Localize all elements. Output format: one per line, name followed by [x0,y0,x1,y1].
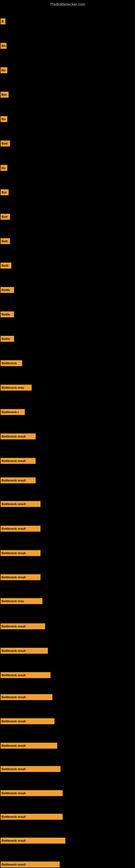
bar-row-28: Bottleneck result [1,672,50,678]
bar-label-31: Bottleneck result [1,743,57,749]
bar-row-15: Bottleneck [1,360,22,366]
bar-label-2: B4 [1,43,6,49]
bar-label-36: Bottleneck result [1,862,60,867]
bar-row-10: Bott [1,238,10,244]
bar-label-24: Bottleneck result [1,574,41,580]
bar-label-21: Bottleneck result [1,501,41,507]
bar-row-34: Bottleneck result [1,814,63,820]
bar-row-11: Bottl [1,262,11,269]
bar-label-18: Bottleneck result [1,433,36,439]
bar-label-11: Bottl [1,262,11,269]
bar-label-27: Bottleneck result [1,648,48,654]
bar-row-19: Bottleneck result [1,458,36,464]
bar-label-34: Bottleneck result [1,814,63,820]
bar-row-31: Bottleneck result [1,743,57,749]
bar-label-3: Bo [1,67,7,73]
bar-label-9: Bott [1,214,10,220]
bar-row-1: B [1,19,5,24]
bar-label-16: Bottleneck resu [1,384,32,391]
bar-label-32: Bottleneck result [1,766,60,772]
bar-label-8: Bot [1,189,9,195]
bar-label-22: Bottleneck result [1,526,41,532]
bar-label-23: Bottleneck result [1,550,41,556]
bar-row-13: Bottle [1,311,14,317]
bar-label-35: Bottleneck result [1,838,65,844]
bar-row-21: Bottleneck result [1,501,41,507]
bar-label-4: Bot [1,92,9,98]
bar-label-1: B [1,19,5,24]
bar-row-12: Bottle [1,287,14,293]
bar-label-28: Bottleneck result [1,672,50,678]
bar-row-8: Bot [1,189,9,195]
bar-row-33: Bottleneck result [1,790,63,796]
bar-row-32: Bottleneck result [1,766,60,772]
bar-label-6: Bott [1,141,10,147]
bar-row-2: B4 [1,43,6,49]
bar-row-18: Bottleneck result [1,433,36,439]
bar-label-5: Bo [1,116,7,122]
bar-row-20: Bottleneck result [1,477,36,484]
bar-label-19: Bottleneck result [1,458,36,464]
site-title: TheBottlenecker.com [0,0,135,8]
bar-label-33: Bottleneck result [1,790,63,796]
bar-row-3: Bo [1,67,7,73]
bar-label-17: Bottleneck r [1,409,25,415]
bar-row-5: Bo [1,116,7,122]
bar-row-17: Bottleneck r [1,409,25,415]
bar-row-36: Bottleneck result [1,862,60,867]
bar-label-12: Bottle [1,287,14,293]
bar-row-23: Bottleneck result [1,550,41,556]
bar-row-14: Bottle [1,336,14,342]
bar-row-25: Bottleneck resu [1,598,42,604]
bar-label-30: Bottleneck result [1,718,54,724]
bar-row-29: Bottleneck result [1,694,52,700]
bar-label-20: Bottleneck result [1,477,36,484]
bar-row-27: Bottleneck result [1,648,48,654]
bar-label-7: Bo [1,165,7,171]
bar-row-30: Bottleneck result [1,718,54,724]
bar-row-16: Bottleneck resu [1,384,32,391]
bar-label-10: Bott [1,238,10,244]
bar-row-24: Bottleneck result [1,574,41,580]
bar-label-29: Bottleneck result [1,694,52,700]
bar-row-9: Bott [1,214,10,220]
bar-row-6: Bott [1,141,10,147]
bar-label-13: Bottle [1,311,14,317]
bar-row-35: Bottleneck result [1,838,65,844]
bar-label-26: Bottleneck result [1,623,45,629]
bar-row-4: Bot [1,92,9,98]
bar-row-26: Bottleneck result [1,623,45,629]
bar-row-7: Bo [1,165,7,171]
bar-row-22: Bottleneck result [1,526,41,532]
bar-label-14: Bottle [1,336,14,342]
bar-label-25: Bottleneck resu [1,598,42,604]
bar-label-15: Bottleneck [1,360,22,366]
